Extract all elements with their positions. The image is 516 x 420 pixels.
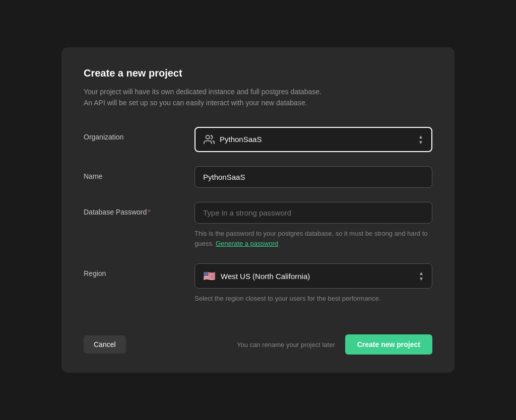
- create-project-button[interactable]: Create new project: [345, 334, 432, 355]
- password-input[interactable]: [195, 202, 432, 224]
- flag-icon: 🇺🇸: [203, 270, 216, 282]
- name-label: Name: [84, 166, 195, 180]
- organization-select-left: PythonSaaS: [204, 134, 262, 145]
- region-chevron-icon: ▲ ▼: [419, 270, 424, 282]
- required-indicator: *: [148, 208, 150, 216]
- region-select-left: 🇺🇸 West US (North California): [203, 270, 310, 282]
- region-hint: Select the region closest to your users …: [195, 294, 432, 304]
- organization-row: Organization PythonSaaS ▲ ▼: [84, 127, 432, 152]
- footer-right: You can rename your project later Create…: [237, 334, 432, 355]
- password-hint: This is the password to your postgres da…: [195, 229, 432, 250]
- organization-value: PythonSaaS: [220, 135, 262, 144]
- dialog-description: Your project will have its own dedicated…: [84, 86, 432, 109]
- rename-hint: You can rename your project later: [237, 341, 335, 348]
- region-value: West US (North California): [221, 272, 310, 281]
- dialog-footer: Cancel You can rename your project later…: [84, 318, 432, 355]
- dialog-title: Create a new project: [84, 67, 432, 79]
- region-label: Region: [84, 263, 195, 277]
- organization-label: Organization: [84, 127, 195, 141]
- region-control-wrap: 🇺🇸 West US (North California) ▲ ▼ Select…: [195, 263, 432, 304]
- create-project-dialog: Create a new project Your project will h…: [61, 47, 455, 373]
- password-control-wrap: This is the password to your postgres da…: [195, 202, 432, 250]
- organization-control-wrap: PythonSaaS ▲ ▼: [195, 127, 432, 152]
- chevron-updown-icon: ▲ ▼: [418, 134, 423, 145]
- name-row: Name: [84, 166, 432, 188]
- name-input[interactable]: [195, 166, 432, 188]
- region-row: Region 🇺🇸 West US (North California) ▲ ▼…: [84, 263, 432, 304]
- organization-select[interactable]: PythonSaaS ▲ ▼: [195, 127, 432, 152]
- generate-password-link[interactable]: Generate a password: [216, 240, 278, 247]
- svg-point-0: [206, 135, 210, 138]
- org-icon: [204, 134, 215, 145]
- password-row: Database Password* This is the password …: [84, 202, 432, 250]
- region-select[interactable]: 🇺🇸 West US (North California) ▲ ▼: [195, 263, 432, 289]
- name-control-wrap: [195, 166, 432, 188]
- password-label: Database Password*: [84, 202, 195, 216]
- cancel-button[interactable]: Cancel: [84, 335, 126, 354]
